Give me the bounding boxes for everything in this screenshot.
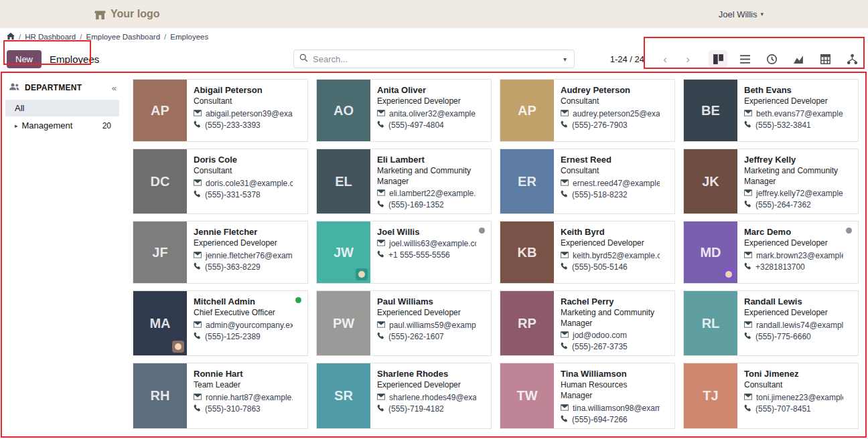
employee-name: Rachel Perry <box>561 296 660 306</box>
employee-phone-row[interactable]: (555)-775-6660 <box>744 332 843 341</box>
employee-email-row[interactable]: keith.byrd52@example.com <box>561 251 660 260</box>
avatar-badge <box>356 268 368 280</box>
employee-phone-row[interactable]: +1 555-555-5556 <box>377 250 476 260</box>
employee-card[interactable]: TW Tina Williamson Human Resources Manag… <box>500 363 675 428</box>
employee-card[interactable]: JK Jeffrey Kelly Marketing and Community… <box>683 149 859 214</box>
employee-email-row[interactable]: jod@odoo.com <box>561 331 660 340</box>
phone-icon <box>561 120 568 130</box>
employee-card[interactable]: JF Jennie Fletcher Experienced Developer… <box>133 221 308 284</box>
envelope-icon <box>377 189 385 198</box>
employee-email-row[interactable]: paul.williams59@example... <box>377 321 476 330</box>
employee-job-title: Experienced Developer <box>744 238 843 249</box>
search-dropdown-toggle[interactable]: ▾ <box>561 56 569 63</box>
employee-name: Doris Cole <box>194 155 293 165</box>
employee-phone-row[interactable]: (555)-518-8232 <box>561 190 660 199</box>
phone-icon <box>194 332 201 341</box>
employee-email-row[interactable]: audrey.peterson25@exam... <box>561 109 660 118</box>
employee-email-row[interactable]: eli.lambert22@example.com <box>377 189 476 198</box>
employee-phone-row[interactable]: (555)-233-3393 <box>194 120 293 130</box>
employee-card[interactable]: EL Eli Lambert Marketing and Community M… <box>316 149 492 214</box>
list-view-button[interactable] <box>735 50 754 68</box>
employee-phone-row[interactable]: (555)-707-8451 <box>744 404 843 414</box>
breadcrumb-employee-dashboard[interactable]: Employee Dashboard <box>86 33 160 41</box>
employee-card[interactable]: RH Ronnie Hart Team Leader ronnie.hart87… <box>133 363 308 428</box>
employee-job-title: Experienced Developer <box>561 238 660 249</box>
employee-card[interactable]: RP Rachel Perry Marketing and Community … <box>500 290 675 356</box>
hierarchy-view-button[interactable] <box>843 50 861 68</box>
employee-phone-row[interactable]: (555)-532-3841 <box>744 120 843 130</box>
employee-email-row[interactable]: abigail.peterson39@exam... <box>194 109 293 118</box>
pager-next-button[interactable]: › <box>679 50 697 68</box>
home-icon[interactable] <box>7 32 15 41</box>
activity-view-button[interactable] <box>762 50 781 68</box>
breadcrumb-hr-dashboard[interactable]: HR Dashboard <box>25 33 76 41</box>
employee-card[interactable]: KB Keith Byrd Experienced Developer keit… <box>500 221 675 284</box>
employee-email-row[interactable]: randall.lewis74@example.... <box>744 321 843 330</box>
employee-phone: (555)-169-1352 <box>388 200 444 209</box>
search-bar[interactable]: ▾ <box>293 50 575 68</box>
sidebar-title: DEPARTMENT <box>25 83 82 92</box>
pivot-view-button[interactable] <box>816 50 835 68</box>
employee-email-row[interactable]: jennie.fletcher76@exampl... <box>194 251 293 260</box>
employee-email-row[interactable]: doris.cole31@example.com <box>194 179 293 188</box>
sidebar-item-all[interactable]: All <box>5 100 119 116</box>
employee-card[interactable]: BE Beth Evans Experienced Developer beth… <box>683 79 859 142</box>
envelope-icon <box>561 109 569 118</box>
caret-right-icon[interactable]: ▸ <box>15 122 18 129</box>
employee-phone-row[interactable]: (555)-169-1352 <box>377 200 476 209</box>
employee-card[interactable]: RL Randall Lewis Experienced Developer r… <box>683 290 859 356</box>
employee-phone: (555)-233-3393 <box>205 120 261 130</box>
employee-email-row[interactable]: joel.willis63@example.com <box>377 239 476 248</box>
employee-card[interactable]: MD Marc Demo Experienced Developer mark.… <box>683 221 859 284</box>
kanban-view-button[interactable] <box>709 50 727 68</box>
employee-card[interactable]: AP Abigail Peterson Consultant abigail.p… <box>133 79 308 142</box>
envelope-icon <box>744 109 752 118</box>
employee-phone-row[interactable]: (555)-125-2389 <box>194 332 293 341</box>
employee-phone-row[interactable]: (555)-262-1607 <box>377 332 476 341</box>
employee-phone-row[interactable]: (555)-310-7863 <box>194 404 293 414</box>
employee-email-row[interactable]: toni.jimenez23@example.... <box>744 393 843 402</box>
employee-card[interactable]: MA Mitchell Admin Chief Executive Office… <box>133 290 308 356</box>
employee-card[interactable]: SR Sharlene Rhodes Experienced Developer… <box>316 363 492 428</box>
employee-card[interactable]: AO Anita Oliver Experienced Developer an… <box>316 79 492 142</box>
employee-email-row[interactable]: mark.brown23@example.... <box>744 251 843 260</box>
pager-previous-button[interactable]: ‹ <box>656 50 674 68</box>
user-menu[interactable]: Joel Willis ▾ <box>719 9 764 19</box>
employee-email-row[interactable]: ronnie.hart87@example.c... <box>194 393 293 402</box>
employee-phone-row[interactable]: (555)-719-4182 <box>377 404 476 414</box>
employee-email-row[interactable]: ernest.reed47@example.c... <box>561 179 660 188</box>
breadcrumb-employees[interactable]: Employees <box>170 33 208 41</box>
employee-email-row[interactable]: beth.evans77@example.c... <box>744 109 843 118</box>
breadcrumb-separator: / <box>164 33 166 41</box>
employee-phone-row[interactable]: (555)-497-4804 <box>377 120 476 130</box>
employee-card[interactable]: PW Paul Williams Experienced Developer p… <box>316 290 492 356</box>
employee-phone-row[interactable]: (555)-694-7266 <box>561 415 660 424</box>
employee-card[interactable]: ER Ernest Reed Consultant ernest.reed47@… <box>500 149 675 214</box>
employee-phone-row[interactable]: +3281813700 <box>744 262 843 272</box>
employee-phone-row[interactable]: (555)-505-5146 <box>561 262 660 272</box>
employee-card-body: Joel Willis joel.willis63@example.com +1… <box>370 222 491 283</box>
employee-email-row[interactable]: anita.oliver32@example.c... <box>377 109 476 118</box>
employee-card[interactable]: JW Joel Willis joel.willis63@example.com… <box>316 221 492 284</box>
employee-card-body: Rachel Perry Marketing and Community Man… <box>554 291 674 355</box>
employee-phone-row[interactable]: (555)-331-5378 <box>194 190 293 199</box>
employee-phone-row[interactable]: (555)-264-7362 <box>744 200 843 209</box>
employee-email-row[interactable]: sharlene.rhodes49@exam... <box>377 393 476 402</box>
employee-phone-row[interactable]: (555)-276-7903 <box>561 120 660 130</box>
employee-job-title: Experienced Developer <box>194 238 293 249</box>
search-input[interactable] <box>313 54 557 64</box>
employee-card[interactable]: AP Audrey Peterson Consultant audrey.pet… <box>500 79 675 142</box>
graph-view-button[interactable] <box>789 50 808 68</box>
employee-email-row[interactable]: jeffrey.kelly72@example.c... <box>744 189 843 198</box>
sidebar-item-management[interactable]: ▸ Management 20 <box>5 117 119 134</box>
employee-email-row[interactable]: admin@yourcompany.exa... <box>194 321 293 330</box>
employee-email-row[interactable]: tina.williamson98@examp... <box>561 404 660 413</box>
employee-initials: JF <box>152 245 167 260</box>
sidebar-collapse-toggle[interactable]: « <box>112 83 117 93</box>
employee-card[interactable]: TJ Toni Jimenez Consultant toni.jimenez2… <box>683 363 859 428</box>
employee-card[interactable]: DC Doris Cole Consultant doris.cole31@ex… <box>133 149 308 214</box>
employee-phone-row[interactable]: (555)-363-8229 <box>194 262 293 272</box>
employee-phone-row[interactable]: (555)-267-3735 <box>561 342 660 351</box>
employee-card-body: Toni Jimenez Consultant toni.jimenez23@e… <box>737 363 858 428</box>
new-button[interactable]: New <box>7 50 42 68</box>
